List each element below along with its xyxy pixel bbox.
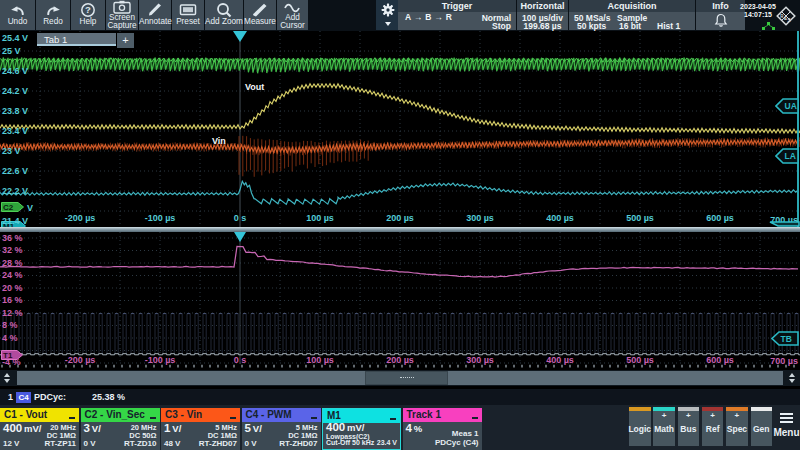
svg-text:?: ? — [85, 4, 91, 15]
svg-text:T1: T1 — [3, 351, 13, 360]
svg-text:S: S — [788, 18, 791, 23]
svg-text:UA: UA — [785, 101, 797, 111]
svg-text:LA: LA — [785, 151, 796, 161]
svg-text:C2: C2 — [3, 203, 14, 212]
svg-text:TB: TB — [781, 334, 792, 344]
